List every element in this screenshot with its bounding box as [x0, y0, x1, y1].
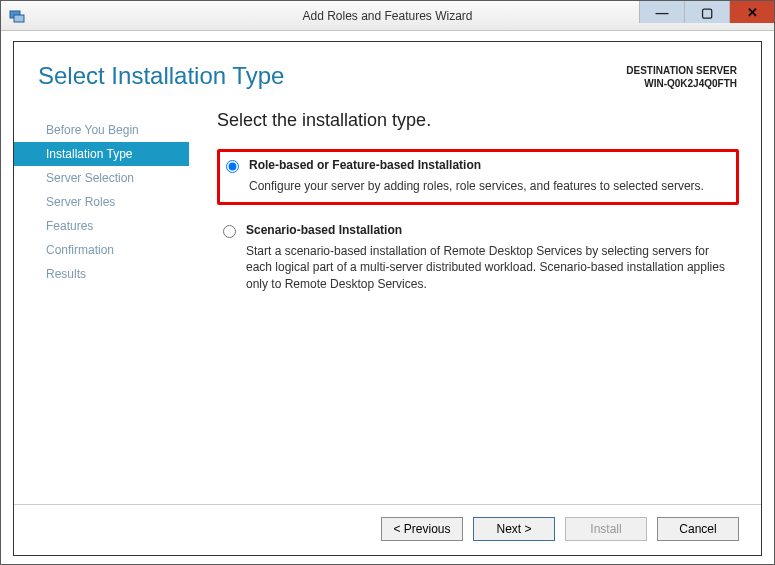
destination-label: DESTINATION SERVER — [626, 64, 737, 77]
maximize-button[interactable]: ▢ — [684, 1, 729, 23]
title-bar: Add Roles and Features Wizard — ▢ ✕ — [1, 1, 774, 31]
main-panel: Select the installation type. Role-based… — [189, 100, 761, 504]
sidebar-item-server-selection[interactable]: Server Selection — [14, 166, 189, 190]
app-icon — [9, 8, 25, 24]
option-label: Scenario-based Installation — [246, 223, 731, 237]
cancel-button[interactable]: Cancel — [657, 517, 739, 541]
destination-info: DESTINATION SERVER WIN-Q0K2J4Q0FTH — [626, 64, 737, 90]
sidebar-item-before-you-begin[interactable]: Before You Begin — [14, 118, 189, 142]
minimize-button[interactable]: — — [639, 1, 684, 23]
sidebar-item-results[interactable]: Results — [14, 262, 189, 286]
close-button[interactable]: ✕ — [729, 1, 774, 23]
body-row: Before You Begin Installation Type Serve… — [14, 100, 761, 504]
content-frame: Select Installation Type DESTINATION SER… — [1, 31, 774, 564]
wizard-sidebar: Before You Begin Installation Type Serve… — [14, 100, 189, 504]
option-text: Role-based or Feature-based Installation… — [249, 158, 708, 194]
radio-scenario-based[interactable] — [223, 225, 236, 238]
sidebar-item-confirmation[interactable]: Confirmation — [14, 238, 189, 262]
previous-button[interactable]: < Previous — [381, 517, 463, 541]
sidebar-item-features[interactable]: Features — [14, 214, 189, 238]
wizard-window: Add Roles and Features Wizard — ▢ ✕ Sele… — [0, 0, 775, 565]
page-title: Select Installation Type — [38, 62, 626, 90]
destination-value: WIN-Q0K2J4Q0FTH — [626, 77, 737, 90]
option-text: Scenario-based Installation Start a scen… — [246, 223, 731, 292]
inner-panel: Select Installation Type DESTINATION SER… — [13, 41, 762, 556]
install-type-options: Role-based or Feature-based Installation… — [217, 149, 739, 300]
radio-role-based[interactable] — [226, 160, 239, 173]
section-heading: Select the installation type. — [217, 110, 739, 131]
next-button[interactable]: Next > — [473, 517, 555, 541]
install-button: Install — [565, 517, 647, 541]
option-description: Configure your server by adding roles, r… — [249, 178, 708, 194]
svg-rect-1 — [14, 15, 24, 22]
sidebar-item-installation-type[interactable]: Installation Type — [14, 142, 189, 166]
window-controls: — ▢ ✕ — [639, 1, 774, 30]
sidebar-item-server-roles[interactable]: Server Roles — [14, 190, 189, 214]
option-role-based[interactable]: Role-based or Feature-based Installation… — [217, 149, 739, 205]
wizard-footer: < Previous Next > Install Cancel — [14, 504, 761, 555]
option-scenario-based[interactable]: Scenario-based Installation Start a scen… — [217, 217, 739, 300]
option-description: Start a scenario-based installation of R… — [246, 243, 731, 292]
header-row: Select Installation Type DESTINATION SER… — [14, 42, 761, 100]
option-label: Role-based or Feature-based Installation — [249, 158, 708, 172]
